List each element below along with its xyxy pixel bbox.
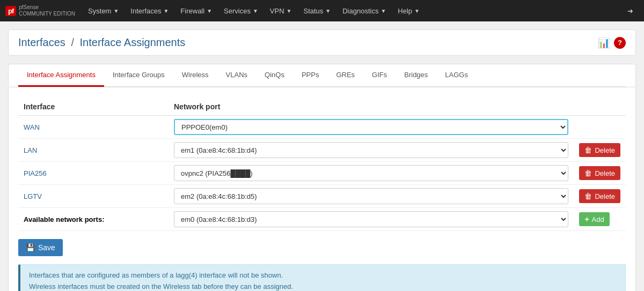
info-message-1: Interfaces that are configured as member…	[29, 271, 617, 279]
assignments-table: Interface Network port WANPPPOE0(em0)LAN…	[18, 98, 626, 231]
nav-label: Diagnostics	[342, 7, 378, 15]
caret-icon: ▼	[325, 8, 331, 14]
tab-wireless[interactable]: Wireless	[173, 64, 217, 87]
breadcrumb-actions: 📊 ?	[598, 37, 626, 49]
breadcrumb-separator: /	[71, 36, 74, 48]
save-label: Save	[38, 243, 55, 252]
col-header-port: Network port	[169, 98, 574, 116]
breadcrumb: Interfaces / Interface Assignments	[18, 36, 185, 49]
nav-label: Interfaces	[130, 7, 161, 15]
available-ports-row: Available network ports:em0 (0a:e8:4c:68…	[18, 208, 626, 231]
caret-icon: ▼	[414, 8, 420, 14]
save-button[interactable]: 💾 Save	[18, 239, 63, 256]
chart-icon[interactable]: 📊	[598, 37, 610, 49]
port-select-pia256[interactable]: ovpnc2 (PIA256████)	[174, 165, 568, 181]
navbar-right: ➜	[622, 4, 639, 18]
delete-label: Delete	[595, 146, 615, 154]
add-button[interactable]: +Add	[579, 212, 609, 226]
nav-item-firewall[interactable]: Firewall▼	[175, 4, 217, 18]
trash-icon: 🗑	[584, 169, 592, 177]
interface-link-pia256[interactable]: PIA256	[24, 169, 47, 177]
navbar: pf pfSenseCOMMUNITY EDITION System▼Inter…	[0, 0, 644, 21]
nav-menu: System▼Interfaces▼Firewall▼Services▼VPN▼…	[83, 4, 425, 18]
tab-ppps[interactable]: PPPs	[293, 64, 328, 87]
port-select-wan[interactable]: PPPOE0(em0)	[174, 119, 568, 135]
table-row: WANPPPOE0(em0)	[18, 116, 626, 139]
available-ports-label: Available network ports:	[18, 208, 169, 231]
nav-label: VPN	[270, 7, 284, 15]
tab-bridges[interactable]: Bridges	[396, 64, 436, 87]
tab-gres[interactable]: GREs	[327, 64, 363, 87]
save-icon: 💾	[26, 243, 35, 252]
available-port-select[interactable]: em0 (0a:e8:4c:68:1b:d3)	[174, 211, 568, 227]
nav-item-help[interactable]: Help▼	[392, 4, 425, 18]
tab-qinqs[interactable]: QinQs	[256, 64, 293, 87]
brand-name: pfSenseCOMMUNITY EDITION	[19, 4, 75, 17]
content-panel: Interface Network port WANPPPOE0(em0)LAN…	[8, 87, 636, 291]
delete-label: Delete	[595, 169, 615, 177]
caret-icon: ▼	[207, 8, 212, 14]
col-header-action	[574, 98, 626, 116]
port-select-lan[interactable]: em1 (0a:e8:4c:68:1b:d4)	[174, 142, 568, 158]
caret-icon: ▼	[163, 8, 169, 14]
tabs-container: Interface AssignmentsInterface GroupsWir…	[8, 64, 636, 87]
table-row: LANem1 (0a:e8:4c:68:1b:d4)🗑Delete	[18, 139, 626, 162]
nav-item-status[interactable]: Status▼	[298, 4, 336, 18]
brand-logo: pf	[5, 6, 16, 16]
delete-button-lan[interactable]: 🗑Delete	[579, 143, 620, 157]
breadcrumb-panel: Interfaces / Interface Assignments 📊 ?	[8, 29, 636, 56]
nav-item-vpn[interactable]: VPN▼	[265, 4, 297, 18]
page-container: Interfaces / Interface Assignments 📊 ? I…	[0, 21, 644, 291]
help-icon[interactable]: ?	[614, 37, 626, 49]
nav-label: System	[88, 7, 111, 15]
table-body: WANPPPOE0(em0)LANem1 (0a:e8:4c:68:1b:d4)…	[18, 116, 626, 231]
tab-laggs[interactable]: LAGGs	[436, 64, 477, 87]
breadcrumb-parent[interactable]: Interfaces	[18, 36, 65, 48]
interface-link-lan[interactable]: LAN	[24, 146, 37, 154]
port-select-lgtv[interactable]: em2 (0a:e8:4c:68:1b:d5)	[174, 188, 568, 204]
nav-item-system[interactable]: System▼	[83, 4, 124, 18]
delete-button-pia256[interactable]: 🗑Delete	[579, 166, 620, 180]
interface-link-lgtv[interactable]: LGTV	[24, 192, 42, 200]
caret-icon: ▼	[253, 8, 258, 14]
tab-interface-assignments[interactable]: Interface Assignments	[18, 64, 104, 87]
caret-icon: ▼	[287, 8, 292, 14]
add-label: Add	[592, 215, 604, 223]
breadcrumb-current: Interface Assignments	[80, 36, 186, 48]
delete-label: Delete	[595, 192, 615, 200]
plus-icon: +	[584, 215, 589, 223]
info-box: Interfaces that are configured as member…	[18, 264, 626, 291]
info-message-2: Wireless interfaces must be created on t…	[29, 282, 617, 290]
trash-icon: 🗑	[584, 146, 592, 154]
tab-vlans[interactable]: VLANs	[217, 64, 256, 87]
nav-label: Firewall	[180, 7, 204, 15]
caret-icon: ▼	[380, 8, 386, 14]
brand: pf pfSenseCOMMUNITY EDITION	[5, 4, 75, 17]
logout-button[interactable]: ➜	[622, 4, 639, 18]
table-row: PIA256ovpnc2 (PIA256████)🗑Delete	[18, 162, 626, 185]
trash-icon: 🗑	[584, 192, 592, 200]
col-header-interface: Interface	[18, 98, 169, 116]
nav-item-services[interactable]: Services▼	[218, 4, 264, 18]
caret-icon: ▼	[113, 8, 119, 14]
delete-button-lgtv[interactable]: 🗑Delete	[579, 189, 620, 203]
tab-list: Interface AssignmentsInterface GroupsWir…	[18, 64, 626, 87]
nav-label: Services	[224, 7, 251, 15]
nav-item-interfaces[interactable]: Interfaces▼	[125, 4, 174, 18]
nav-item-diagnostics[interactable]: Diagnostics▼	[337, 4, 391, 18]
table-row: LGTVem2 (0a:e8:4c:68:1b:d5)🗑Delete	[18, 185, 626, 208]
tab-gifs[interactable]: GIFs	[363, 64, 396, 87]
interface-link-wan[interactable]: WAN	[24, 123, 40, 131]
tab-interface-groups[interactable]: Interface Groups	[104, 64, 173, 87]
nav-label: Help	[398, 7, 412, 15]
nav-label: Status	[303, 7, 323, 15]
logout-icon: ➜	[627, 7, 633, 15]
